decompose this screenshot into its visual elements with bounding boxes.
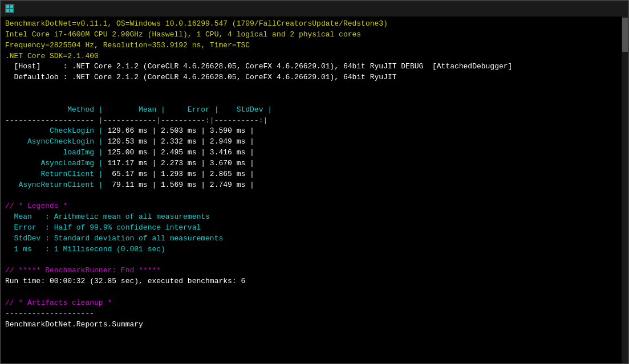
terminal-output[interactable]: BenchmarkDotNet=v0.11.1, OS=Windows 10.0… bbox=[1, 17, 622, 363]
terminal-line: 1 ms : 1 Millisecond (0.001 sec) bbox=[5, 244, 617, 255]
title-bar-controls bbox=[543, 1, 624, 17]
terminal-line: // ***** BenchmarkRunner: End ***** bbox=[5, 265, 617, 276]
terminal-line: BenchmarkDotNet.Reports.Summary bbox=[5, 320, 617, 330]
minimize-button[interactable] bbox=[543, 1, 569, 17]
terminal-line: Frequency=2825504 Hz, Resolution=353.919… bbox=[5, 40, 617, 51]
svg-rect-1 bbox=[10, 5, 13, 8]
window-icon bbox=[5, 4, 14, 13]
scrollbar[interactable] bbox=[622, 17, 628, 363]
svg-rect-3 bbox=[10, 9, 13, 12]
terminal-line: AsyncReturnClient | 79.11 ms | 1.569 ms … bbox=[5, 180, 617, 191]
terminal-line: -------------------- |------------|-----… bbox=[5, 116, 617, 126]
terminal-line: Mean : Arithmetic mean of all measuremen… bbox=[5, 212, 617, 223]
svg-rect-0 bbox=[6, 5, 9, 8]
title-bar-left bbox=[5, 4, 19, 13]
terminal-line: AsyncLoadImg | 117.17 ms | 2.273 ms | 3.… bbox=[5, 158, 617, 169]
terminal-line: [Host] : .NET Core 2.1.2 (CoreCLR 4.6.26… bbox=[5, 62, 617, 72]
restore-button[interactable] bbox=[570, 1, 596, 17]
terminal-line: AsyncCheckLogin | 120.53 ms | 2.332 ms |… bbox=[5, 137, 617, 148]
window: BenchmarkDotNet=v0.11.1, OS=Windows 10.0… bbox=[0, 0, 629, 364]
terminal-line: ReturnClient | 65.17 ms | 1.293 ms | 2.8… bbox=[5, 169, 617, 180]
terminal-line: -------------------- bbox=[5, 309, 617, 320]
terminal-line: Intel Core i7-4600M CPU 2.90GHz (Haswell… bbox=[5, 30, 617, 40]
terminal-line: BenchmarkDotNet=v0.11.1, OS=Windows 10.0… bbox=[5, 19, 617, 30]
terminal-line: loadImg | 125.00 ms | 2.495 ms | 3.416 m… bbox=[5, 148, 617, 158]
terminal-line: DefaultJob : .NET Core 2.1.2 (CoreCLR 4.… bbox=[5, 72, 617, 83]
scrollbar-thumb[interactable] bbox=[622, 18, 628, 52]
close-button[interactable] bbox=[598, 1, 624, 17]
terminal-line: // * Artifacts cleanup * bbox=[5, 298, 617, 309]
terminal-line: .NET Core SDK=2.1.400 bbox=[5, 51, 617, 62]
title-bar bbox=[1, 1, 628, 17]
terminal-line bbox=[5, 330, 617, 341]
terminal-line bbox=[5, 94, 617, 105]
svg-rect-2 bbox=[6, 9, 9, 12]
terminal-line: Method | Mean | Error | StdDev | bbox=[5, 105, 617, 116]
terminal-line bbox=[5, 83, 617, 94]
terminal-line: Run time: 00:00:32 (32.85 sec), executed… bbox=[5, 276, 617, 287]
terminal-line: StdDev : Standard deviation of all measu… bbox=[5, 234, 617, 244]
terminal-line bbox=[5, 255, 617, 266]
terminal-line bbox=[5, 191, 617, 202]
terminal-line: CheckLogin | 129.66 ms | 2.503 ms | 3.59… bbox=[5, 126, 617, 137]
content-area: BenchmarkDotNet=v0.11.1, OS=Windows 10.0… bbox=[1, 17, 628, 363]
terminal-line: // * Legends * bbox=[5, 201, 617, 212]
terminal-line bbox=[5, 287, 617, 298]
terminal-line: Error : Half of 99.9% confidence interva… bbox=[5, 223, 617, 234]
